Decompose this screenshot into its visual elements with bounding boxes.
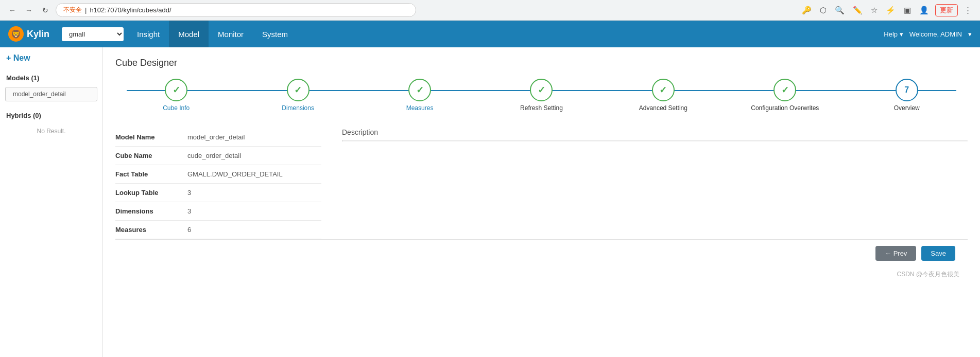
address-text: | (85, 6, 87, 14)
check-icon-6: ✓ (781, 84, 789, 96)
update-button[interactable]: 更新 (935, 4, 958, 16)
step-3-circle: ✓ (408, 79, 431, 101)
step-5-label: Advanced Setting (639, 104, 687, 112)
nav-item-system[interactable]: System (253, 21, 297, 47)
welcome-text: Welcome, ADMIN (909, 30, 962, 38)
description-title: Description (342, 128, 968, 136)
security-warning: 不安全 (63, 6, 82, 14)
value-cube-name: cude_order_detail (187, 152, 321, 159)
step-3-label: Measures (406, 104, 434, 112)
nav-items: Insight Model Monitor System (128, 21, 297, 47)
forward-btn[interactable]: → (23, 4, 35, 16)
welcome-dropdown-icon[interactable]: ▾ (968, 30, 972, 38)
reload-btn[interactable]: ↻ (39, 4, 51, 16)
page-title: Cube Designer (115, 58, 968, 68)
bottom-bar: ← Prev Save (115, 239, 968, 267)
value-measures: 6 (187, 226, 321, 234)
back-btn[interactable]: ← (6, 4, 19, 16)
step-7-number: 7 (904, 85, 909, 95)
check-icon-4: ✓ (538, 84, 545, 96)
label-model-name: Model Name (115, 133, 187, 141)
step-7-label: Overview (894, 104, 920, 112)
label-lookup-table: Lookup Table (115, 189, 187, 197)
step-dimensions: ✓ Dimensions (237, 79, 358, 112)
help-link[interactable]: Help ▾ (884, 30, 903, 38)
browser-bar: ← → ↻ 不安全 | h102:7070/kylin/cubes/add/ 🔑… (0, 0, 980, 21)
label-cube-name: Cube Name (115, 152, 187, 159)
step-advanced-setting: ✓ Advanced Setting (603, 79, 724, 112)
models-section-title: Models (1) (0, 71, 102, 85)
info-row-model-name: Model Name model_order_detail (115, 128, 321, 147)
star-icon[interactable]: ☆ (869, 5, 880, 16)
step-5-circle: ✓ (652, 79, 675, 101)
nav-item-model[interactable]: Model (169, 21, 209, 47)
new-button[interactable]: + New (6, 53, 96, 63)
label-measures: Measures (115, 226, 187, 234)
check-icon-5: ✓ (659, 84, 667, 96)
step-6-circle: ✓ (773, 79, 796, 101)
value-lookup-table: 3 (187, 189, 321, 197)
main-layout: + New Models (1) model_order_detail Hybr… (0, 47, 980, 357)
label-fact-table: Fact Table (115, 170, 187, 178)
step-config-overwrites: ✓ Configuration Overwrites (724, 79, 846, 112)
sidebar: + New Models (1) model_order_detail Hybr… (0, 47, 103, 357)
app-name: Kylin (27, 29, 49, 40)
save-button[interactable]: Save (921, 246, 955, 261)
step-2-label: Dimensions (282, 104, 314, 112)
layout-icon[interactable]: ▣ (902, 5, 913, 16)
check-icon: ✓ (173, 84, 180, 96)
app-nav: 🦁 Kylin gmall Insight Model Monitor Syst… (0, 21, 980, 47)
label-dimensions: Dimensions (115, 207, 187, 215)
nav-item-monitor[interactable]: Monitor (209, 21, 253, 47)
info-desc-layout: Model Name model_order_detail Cube Name … (115, 128, 968, 239)
step-7-circle: 7 (896, 79, 918, 101)
prev-button[interactable]: ← Prev (875, 246, 916, 261)
app-logo: 🦁 Kylin (0, 26, 58, 42)
content-area: Cube Designer ✓ Cube Info ✓ Dimensions ✓ (103, 47, 980, 357)
step-6-label: Configuration Overwrites (751, 104, 819, 112)
info-row-fact-table: Fact Table GMALL.DWD_ORDER_DETAIL (115, 165, 321, 184)
description-area: Description (342, 128, 968, 239)
info-row-dimensions: Dimensions 3 (115, 202, 321, 221)
key-icon[interactable]: 🔑 (800, 5, 814, 16)
value-model-name: model_order_detail (187, 133, 321, 141)
step-refresh-setting: ✓ Refresh Setting (480, 79, 602, 112)
model-item[interactable]: model_order_detail (5, 87, 97, 101)
info-table: Model Name model_order_detail Cube Name … (115, 128, 321, 239)
account-icon[interactable]: 👤 (917, 5, 931, 16)
check-icon-2: ✓ (294, 84, 302, 96)
step-overview: 7 Overview (846, 79, 968, 112)
nav-right: Help ▾ Welcome, ADMIN ▾ (884, 30, 980, 38)
menu-icon[interactable]: ⋮ (962, 5, 974, 16)
value-dimensions: 3 (187, 207, 321, 215)
translate-icon[interactable]: ⬡ (818, 5, 829, 16)
kylin-logo-icon: 🦁 (8, 26, 24, 42)
check-icon-3: ✓ (416, 84, 424, 96)
step-cube-info: ✓ Cube Info (115, 79, 237, 112)
nav-item-insight[interactable]: Insight (128, 21, 169, 47)
watermark-text: CSDN @今夜月色很美 (115, 267, 968, 282)
address-bar[interactable]: 不安全 | h102:7070/kylin/cubes/add/ (56, 3, 416, 17)
step-4-label: Refresh Setting (520, 104, 563, 112)
step-2-circle: ✓ (287, 79, 310, 101)
step-1-label: Cube Info (163, 104, 190, 112)
stepper: ✓ Cube Info ✓ Dimensions ✓ Measures ✓ (115, 79, 968, 112)
url-text: h102:7070/kylin/cubes/add/ (90, 6, 171, 14)
zoom-icon[interactable]: 🔍 (833, 5, 847, 16)
step-4-circle: ✓ (530, 79, 553, 101)
info-row-measures: Measures 6 (115, 221, 321, 239)
step-1-circle: ✓ (165, 79, 187, 101)
info-row-lookup-table: Lookup Table 3 (115, 184, 321, 202)
step-measures: ✓ Measures (359, 79, 480, 112)
value-fact-table: GMALL.DWD_ORDER_DETAIL (187, 170, 321, 178)
edit-icon[interactable]: ✏️ (851, 5, 865, 16)
description-line (342, 140, 968, 141)
hybrids-section-title: Hybrids (0) (0, 103, 102, 122)
browser-actions: 🔑 ⬡ 🔍 ✏️ ☆ ⚡ ▣ 👤 更新 ⋮ (800, 4, 974, 16)
extension-icon[interactable]: ⚡ (884, 5, 898, 16)
no-result-text: No Result. (0, 124, 102, 138)
project-selector[interactable]: gmall (62, 27, 124, 41)
info-row-cube-name: Cube Name cude_order_detail (115, 147, 321, 165)
